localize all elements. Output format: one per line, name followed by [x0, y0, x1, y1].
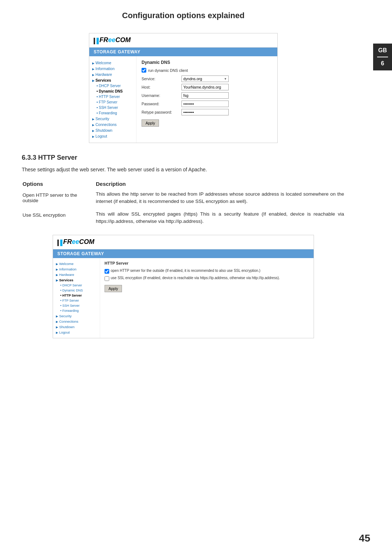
sidebar-b-welcome[interactable]: ▶Welcome [56, 261, 97, 266]
subheader-text-bottom: Storage GateWay [57, 251, 104, 256]
http-server-title: HTTP Server [105, 261, 309, 265]
sidebar-services[interactable]: ▶Services [92, 77, 133, 83]
panel-sidebar-bottom: ▶Welcome ▶Information ▶Hardware ▶Service… [53, 258, 100, 338]
main-content: Configuration options explained FReeCOM … [0, 0, 370, 367]
dynamic-dns-title: Dynamic DNS [142, 60, 272, 65]
sidebar-b-connections[interactable]: ▶Connections [56, 319, 97, 324]
sidebar-forwarding[interactable]: • Forwarding [92, 110, 133, 116]
sidebar-dynamic-dns[interactable]: • Dynamic DNS [92, 89, 133, 94]
logo-text-bottom: FReeCOM [63, 238, 94, 245]
panel-main-bottom: HTTP Server open HTTP server for the out… [100, 258, 314, 338]
service-select[interactable]: dyndns.org ▼ [181, 76, 229, 82]
logo-bar-dark-bottom [57, 240, 59, 246]
option-row-spacer [23, 206, 344, 210]
option-2-desc: This will allow SSL encrypted pages (htt… [96, 211, 344, 225]
panel-logo-bottom: FReeCOM [53, 235, 314, 249]
description-col-header: Description [96, 181, 344, 190]
sidebar-hardware[interactable]: ▶Hardware [92, 72, 133, 77]
sidebar-b-services[interactable]: ▶Services [56, 277, 97, 283]
section-633-heading: 6.3.3 HTTP Server [22, 154, 345, 162]
service-label: Service: [142, 77, 181, 81]
sidebar-security[interactable]: ▶Security [92, 116, 133, 122]
panel-logo-top: FReeCOM [89, 33, 277, 48]
page-number: 45 [359, 532, 370, 544]
sidebar-logout[interactable]: ▶Logout [92, 133, 133, 139]
tab-divider [377, 57, 388, 57]
option-1-name: Open HTTP server to the outside [23, 191, 95, 205]
run-dns-label: run dynamic DNS client [148, 68, 188, 73]
ssl-checkbox[interactable] [105, 276, 109, 281]
username-label: Username: [142, 93, 181, 98]
ssl-checkbox-row: use SSL encryption (If enabled, device i… [105, 276, 309, 281]
sidebar-b-forwarding[interactable]: • Forwarding [56, 308, 97, 313]
username-input[interactable] [181, 92, 229, 99]
logo-text: FReeCOM [99, 36, 131, 44]
gb-label: GB [378, 47, 387, 54]
option-2-name: Use SSL encryption [23, 211, 95, 225]
chapter-tab: GB 6 [373, 44, 392, 70]
option-row-2: Use SSL encryption This will allow SSL e… [23, 211, 344, 225]
sidebar-b-hardware[interactable]: ▶Hardware [56, 272, 97, 277]
sidebar-b-security[interactable]: ▶Security [56, 313, 97, 319]
run-dns-checkbox-row: run dynamic DNS client [142, 68, 272, 73]
option-1-desc: This allows the http server to be reache… [96, 191, 344, 205]
panel-subheader-bottom: Storage GateWay [53, 249, 314, 258]
page-title: Configuration options explained [22, 11, 345, 24]
retype-password-field-row: Retype password: [142, 109, 272, 115]
password-label: Password: [142, 102, 181, 106]
panel-subheader-top: Storage GateWay [89, 48, 277, 56]
sidebar-b-dynamic-dns[interactable]: • Dynamic DNS [56, 288, 97, 293]
options-table: Options Description Open HTTP server to … [22, 180, 345, 226]
panel-body-bottom: ▶Welcome ▶Information ▶Hardware ▶Service… [53, 258, 314, 338]
sidebar-b-information[interactable]: ▶Information [56, 266, 97, 272]
retype-password-label: Retype password: [142, 110, 181, 114]
open-http-checkbox[interactable] [105, 269, 109, 274]
sidebar-b-ftp[interactable]: • FTP Server [56, 298, 97, 303]
sidebar-connections[interactable]: ▶Connections [92, 122, 133, 127]
sidebar-welcome[interactable]: ▶Welcome [92, 60, 133, 66]
run-dns-checkbox[interactable] [142, 68, 146, 73]
username-field-row: Username: [142, 92, 272, 99]
sidebar-b-ssh[interactable]: • SSH Server [56, 303, 97, 308]
host-label: Host: [142, 85, 181, 89]
service-field-row: Service: dyndns.org ▼ [142, 76, 272, 82]
host-field-row: Host: [142, 84, 272, 90]
sidebar-http[interactable]: • HTTP Server [92, 94, 133, 99]
sidebar-b-dhcp[interactable]: • DHCP Server [56, 283, 97, 288]
select-arrow: ▼ [224, 77, 227, 81]
password-field-row: Password: [142, 101, 272, 107]
ssl-label: use SSL encryption (If enabled, device i… [111, 276, 280, 281]
panel-body-top: ▶Welcome ▶Information ▶Hardware ▶Service… [89, 56, 277, 143]
options-col-header: Options [23, 181, 95, 190]
option-row-1: Open HTTP server to the outside This all… [23, 191, 344, 205]
sidebar-ssh[interactable]: • SSH Server [92, 105, 133, 110]
password-input[interactable] [181, 101, 229, 107]
sidebar-b-logout[interactable]: ▶Logout [56, 330, 97, 335]
logo-bar-blue [97, 38, 99, 44]
panel-main-top: Dynamic DNS run dynamic DNS client Servi… [136, 56, 277, 143]
sidebar-dhcp[interactable]: • DHCP Server [92, 83, 133, 89]
bottom-ui-panel: FReeCOM Storage GateWay ▶Welcome ▶Inform… [53, 235, 314, 338]
top-apply-button[interactable]: Apply [142, 119, 159, 127]
bottom-apply-button[interactable]: Apply [105, 285, 122, 292]
open-http-label: open HTTP server for the outside (If ena… [111, 268, 260, 273]
chapter-number: 6 [381, 60, 384, 67]
retype-password-input[interactable] [181, 109, 229, 115]
top-ui-panel: FReeCOM Storage GateWay ▶Welcome ▶Inform… [89, 33, 278, 143]
service-value: dyndns.org [183, 77, 202, 81]
logo-bar-dark [94, 38, 95, 44]
logo-bar-blue-bottom [60, 240, 62, 246]
host-input[interactable] [181, 84, 229, 90]
sidebar-ftp[interactable]: • FTP Server [92, 99, 133, 105]
sidebar-b-http[interactable]: • HTTP Server [56, 293, 97, 298]
open-http-checkbox-row: open HTTP server for the outside (If ena… [105, 268, 309, 274]
sidebar-information[interactable]: ▶Information [92, 66, 133, 72]
sidebar-b-shutdown[interactable]: ▶Shutdown [56, 324, 97, 330]
section-633-intro: These settings adjust the web server. Th… [22, 166, 345, 174]
panel-sidebar-top: ▶Welcome ▶Information ▶Hardware ▶Service… [89, 56, 136, 143]
subheader-text-top: Storage GateWay [94, 49, 140, 54]
sidebar-shutdown[interactable]: ▶Shutdown [92, 127, 133, 133]
